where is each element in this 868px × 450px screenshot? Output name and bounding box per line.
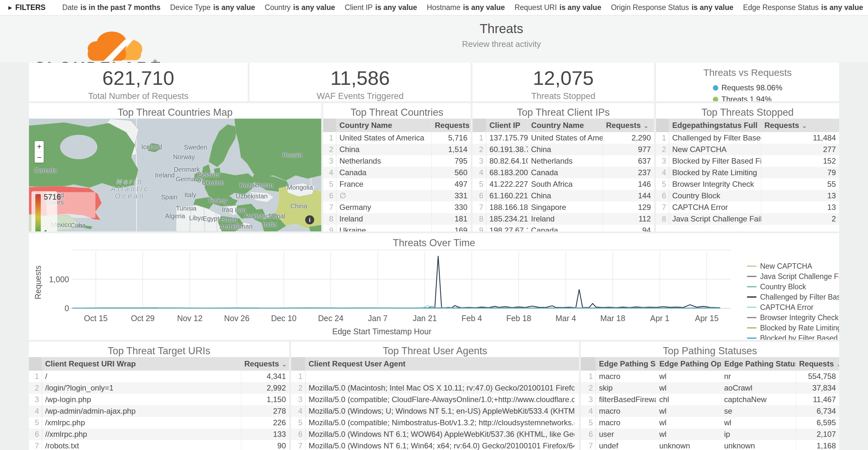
table-row: 6//xmlrpc.php133 bbox=[29, 428, 289, 440]
filter-item[interactable]: Client IP is any value bbox=[345, 3, 417, 12]
x-tick-label: Feb 18 bbox=[498, 314, 540, 323]
table-cell: 11,467 bbox=[796, 394, 839, 405]
column-header[interactable]: Requests⌄ bbox=[796, 357, 839, 370]
legend-item[interactable]: New CAPTCHA bbox=[747, 261, 839, 271]
filters-label: FILTERS bbox=[16, 3, 45, 12]
chart-legend: New CAPTCHAJava Script Challenge FailedC… bbox=[747, 261, 839, 340]
row-index: 5 bbox=[29, 417, 42, 428]
table-cell: macro bbox=[596, 405, 656, 417]
legend-item[interactable]: CAPTCHA Error bbox=[747, 302, 839, 312]
table-cell: /wp-admin/admin-ajax.php bbox=[42, 405, 241, 417]
column-header[interactable]: Requests⌄ bbox=[603, 119, 654, 132]
map-canvas[interactable]: CanadaUnited StatesMexicoCubaIcelandIrel… bbox=[29, 119, 321, 232]
filter-item[interactable]: Origin Response Status is any value bbox=[611, 3, 734, 12]
kpi-total-requests: 621,710 Total Number of Requests bbox=[29, 63, 248, 101]
column-header[interactable]: Client IP bbox=[486, 119, 528, 132]
table-cell: captchaNew bbox=[721, 394, 796, 405]
table-title: Top Threats Stopped bbox=[656, 103, 839, 119]
sort-chevron-icon: ⌄ bbox=[644, 122, 649, 129]
filter-item[interactable]: Edge Response Status is any value bbox=[743, 3, 863, 12]
zoom-out-button[interactable]: − bbox=[35, 152, 44, 163]
legend-line-icon bbox=[747, 266, 756, 267]
column-header[interactable]: Edgepathingstatus Full bbox=[669, 119, 761, 132]
filter-bar: ▶ FILTERS Date is in the past 7 months D… bbox=[0, 0, 868, 16]
column-header[interactable]: Client Request User Agent bbox=[305, 357, 575, 370]
filter-item[interactable]: Date is in the past 7 months bbox=[62, 3, 161, 12]
column-header[interactable]: Requests⌄ bbox=[431, 119, 471, 132]
table-cell: / bbox=[42, 370, 241, 382]
table-cell: 11,484 bbox=[761, 132, 839, 144]
filter-item[interactable]: Hostname is any value bbox=[427, 3, 505, 12]
row-index: 6 bbox=[291, 428, 305, 440]
row-index: 3 bbox=[29, 394, 42, 405]
row-index: 9 bbox=[323, 225, 336, 232]
legend-item[interactable]: Country Block bbox=[747, 281, 839, 292]
filter-field-name: Device Type bbox=[170, 3, 210, 12]
filter-value: is any value bbox=[375, 3, 417, 12]
table-cell: unknown bbox=[721, 440, 796, 450]
legend-item[interactable]: Browser Integrity Check bbox=[747, 312, 839, 323]
table-row: 2Mozilla/5.0 (Macintosh; Intel Mac OS X … bbox=[291, 382, 579, 394]
clipped-cell bbox=[575, 417, 579, 428]
table-cell: macro bbox=[596, 370, 656, 382]
table-cell: wl bbox=[656, 405, 721, 417]
top-threat-target-uris-table: Client Request URI WrapRequests⌄1/4,3412… bbox=[29, 357, 289, 450]
row-index: 3 bbox=[291, 394, 305, 405]
filter-item[interactable]: Request URI is any value bbox=[515, 3, 601, 12]
table-row: 661.160.221.73China144 bbox=[472, 190, 654, 202]
row-index: 2 bbox=[29, 382, 42, 394]
column-header[interactable]: Requests⌄ bbox=[241, 357, 289, 370]
filter-item[interactable]: Country is any value bbox=[265, 3, 335, 12]
clipped-cell bbox=[575, 405, 579, 417]
column-header[interactable]: Edge Pathing Src bbox=[596, 357, 656, 370]
row-index: 2 bbox=[323, 144, 336, 155]
table-cell: Blocked by Rate Limiting bbox=[669, 167, 761, 178]
table-cell: 497 bbox=[431, 178, 471, 190]
table-cell: wl bbox=[656, 417, 721, 428]
table-row: 5Browser Integrity Check55 bbox=[656, 178, 839, 190]
table-cell: 330 bbox=[431, 202, 471, 213]
table-cell: Singapore bbox=[528, 202, 603, 213]
table-cell: undef bbox=[596, 440, 656, 450]
x-tick-label: Mar 18 bbox=[592, 314, 633, 323]
table-cell: chl bbox=[656, 394, 721, 405]
threats-vs-requests-panel: Threats vs Requests Requests 98.06%Threa… bbox=[656, 63, 839, 101]
info-icon[interactable]: i bbox=[305, 215, 314, 224]
y-tick-label: 1,000 bbox=[46, 275, 69, 284]
column-header[interactable]: Client Request URI Wrap bbox=[42, 357, 241, 370]
row-index: 4 bbox=[29, 405, 42, 417]
legend-item[interactable]: Blocked by Filter Based Firewall bbox=[747, 333, 839, 340]
legend-line-icon bbox=[747, 276, 756, 277]
table-row: 8185.234.219.70Ireland112 bbox=[472, 213, 654, 225]
filter-item[interactable]: Device Type is any value bbox=[170, 3, 255, 12]
table-row: 9198.27.67.120Canada94 bbox=[472, 225, 654, 232]
table-cell: Mozilla/5.0 (compatible; Nimbostratus-Bo… bbox=[305, 417, 575, 428]
gradient-scale bbox=[35, 194, 41, 232]
filter-value: is any value bbox=[559, 3, 601, 12]
column-header[interactable]: Edge Pathing Status bbox=[721, 357, 796, 370]
column-header[interactable]: Requests⌄ bbox=[761, 119, 839, 132]
filters-toggle[interactable]: ▶ FILTERS bbox=[8, 3, 45, 12]
row-index: 6 bbox=[581, 428, 596, 440]
x-tick-label: Apr 15 bbox=[686, 314, 727, 323]
table-row: 380.82.64.105Netherlands637 bbox=[472, 155, 654, 167]
column-header[interactable]: Country Name bbox=[528, 119, 603, 132]
legend-item[interactable]: Java Script Challenge Failed bbox=[747, 271, 839, 281]
legend-label: Challenged by Filter Based Firewall bbox=[760, 293, 839, 301]
top-threat-user-agents-panel: Top Threat User Agents Client Request Us… bbox=[291, 342, 579, 450]
table-cell: China bbox=[528, 190, 603, 202]
row-index: 4 bbox=[581, 405, 596, 417]
table-cell: Ireland bbox=[528, 213, 603, 225]
table-row: 6Mozilla/5.0 (Windows NT 6.1; WOW64) App… bbox=[291, 428, 579, 440]
table-row: 468.183.200.167Canada237 bbox=[472, 167, 654, 178]
table-cell: France bbox=[336, 178, 431, 190]
row-index: 4 bbox=[291, 405, 305, 417]
zoom-in-button[interactable]: + bbox=[35, 141, 44, 152]
column-header[interactable]: Edge Pathing Op bbox=[656, 357, 721, 370]
legend-item[interactable]: Challenged by Filter Based Firewall bbox=[747, 292, 839, 302]
legend-item[interactable]: Blocked by Rate Limiting bbox=[747, 323, 839, 333]
column-header[interactable]: Country Name bbox=[336, 119, 431, 132]
legend-label: CAPTCHA Error bbox=[760, 303, 813, 312]
clipped-cell bbox=[575, 370, 579, 382]
table-cell: 554,758 bbox=[796, 370, 839, 382]
